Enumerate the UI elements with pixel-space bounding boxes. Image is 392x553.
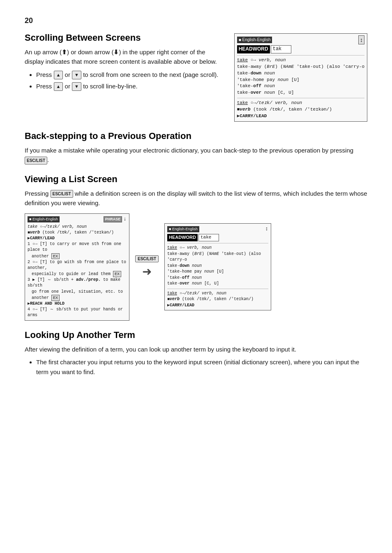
arrows-icon-right: ↕ (265, 225, 268, 233)
list-line-5: 2 ○→ [T] to go with sb from one place to… (28, 259, 127, 271)
arrow-up-page-key: ▲ (54, 71, 63, 80)
screen-line-8: ■verb (took /tʊk/, taken /'teɪkən/) (237, 106, 364, 113)
scrolling-intro: An up arrow (⬆) or down arrow (⬇) in the… (25, 47, 226, 67)
viewing-text: Pressing ESC/LIST while a definition scr… (25, 189, 367, 208)
looking-bullets: The first character you input returns yo… (36, 357, 367, 377)
ex-btn-1: EX (51, 253, 60, 259)
screen-line-6: take·over noun [C, U] (237, 90, 364, 96)
list-left-label: ■ English-English (28, 216, 60, 222)
looking-bullet-1: The first character you input returns yo… (36, 357, 367, 377)
screen-list-left: ■ English-English PHRASE ↓ take ○→/teɪk/… (25, 213, 129, 320)
bullet-line-scroll: Press ▲ or ▼ to scroll line-by-line. (36, 81, 226, 91)
list-line-8: 4 ○→ [T] ～ sb/sth to put your hands or a… (28, 307, 127, 318)
list-line-3: ▶CARRY/LEAD (28, 236, 127, 241)
right-line-7: take ○→/teɪk/ verb, noun (167, 291, 268, 297)
list-line-5b: especially to guide or lead them EX (28, 271, 127, 277)
list-line-4: 1 ○→ [T] to carry or move sth from one p… (28, 241, 127, 253)
arrow-up-line-key: ▲ (54, 82, 63, 91)
right-line-4: 'take-home pay noun [U] (167, 269, 268, 275)
arrows-icon: ↕ (358, 35, 364, 44)
page-number: 20 (25, 16, 367, 25)
screen-top-right: ■ English-English ↕ HEADWORD tak take ○→… (234, 33, 367, 122)
esc-key-3: ESC/LIST (135, 255, 159, 262)
esc-key-2: ESC/LIST (51, 190, 73, 198)
scrolling-bullets: Press ▲ or ▼ to scroll from one screen t… (36, 70, 226, 91)
right-arrow-icon: ➜ (142, 265, 152, 278)
looking-title: Looking Up Another Term (25, 330, 367, 340)
arrow-dn-line-key: ▼ (72, 82, 81, 91)
screen-line-4: 'take-home pay noun [U] (237, 77, 364, 83)
headword-label-right: HEADWORD (167, 234, 198, 241)
screen-line-5: 'take-off noun (237, 83, 364, 90)
screen-line-7: take ○→/teɪk/ verb, noun (237, 100, 364, 106)
search-input-display: tak (271, 45, 291, 53)
list-line-6: 3 ▶ [T] ～ sb/sth + adv./prep. to make sb… (28, 277, 127, 289)
looking-text: After viewing the definition of a term, … (25, 345, 367, 354)
phrase-btn: PHRASE (104, 216, 122, 222)
right-line-3: take·down noun (167, 263, 268, 269)
ex-btn-2: EX (113, 271, 121, 277)
list-line-1: take ○→/teɪk/ verb, noun (28, 224, 127, 230)
bullet-page-scroll: Press ▲ or ▼ to scroll from one screen t… (36, 70, 226, 80)
viewing-screens-area: ■ English-English PHRASE ↓ take ○→/teɪk/… (25, 213, 367, 320)
section-viewing: Viewing a List Screen Pressing ESC/LIST … (25, 174, 367, 321)
list-line-2: ■verb (took /tʊk/, taken /'teɪkən/) (28, 230, 127, 236)
screen-line-3: take·down noun (237, 70, 364, 77)
right-line-1: take ○→ verb, noun (167, 245, 268, 251)
viewing-title: Viewing a List Screen (25, 174, 367, 185)
right-line-2: take·away (BrE) (NAmE 'take·out) (also '… (167, 251, 268, 263)
headword-label: HEADWORD (237, 45, 270, 53)
screen-line-1: take ○→ verb, noun (237, 57, 364, 64)
screen-line-9: ▶CARRY/LEAD (237, 113, 364, 120)
screen-list-right: ■ English-English ↕ HEADWORD take take ○… (164, 223, 271, 310)
scrolling-title: Scrolling Between Screens (25, 32, 226, 43)
right-line-8: ■verb (took /tʊk/, taken /'teɪkən/) (167, 296, 268, 303)
right-line-9: ▶CARRY/LEAD (167, 303, 268, 309)
ex-btn-3: EX (51, 295, 60, 301)
screen-top-right-label: ■ English-English (237, 37, 272, 44)
screen-line-2: take·away (BrE) (NAmE 'take·out) (also '… (237, 64, 364, 70)
list-line-4b: another EX (28, 253, 127, 259)
esc-arrow-group: ESC/LIST ➜ (135, 255, 159, 278)
list-line-6b: go from one level, situation, etc. to an… (28, 289, 127, 301)
right-line-5: 'take-off noun (167, 275, 268, 281)
arrow-dn-page-key: ▼ (72, 71, 81, 80)
right-line-6: take·over noun [C, U] (167, 281, 268, 287)
scrolling-text-block: Scrolling Between Screens An up arrow (⬆… (25, 32, 226, 95)
list-right-label: ■ English-English (167, 226, 199, 232)
backstepping-title: Back-stepping to a Previous Operation (25, 131, 367, 141)
backstepping-text: If you make a mistake while operating yo… (25, 146, 367, 165)
down-arrow-list: ↓ (123, 215, 127, 223)
esc-key-1: ESC/LIST (25, 157, 47, 165)
section-backstepping: Back-stepping to a Previous Operation If… (25, 131, 367, 165)
search-input-right: take (198, 234, 219, 241)
section-scrolling: Scrolling Between Screens An up arrow (⬆… (25, 32, 367, 122)
list-line-7: ▶REACH AND HOLD (28, 301, 127, 307)
section-looking: Looking Up Another Term After viewing th… (25, 330, 367, 377)
